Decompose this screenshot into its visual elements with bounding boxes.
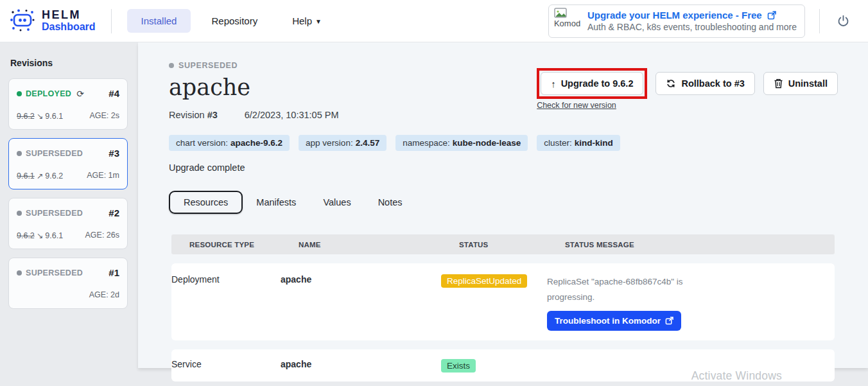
- upgrade-button[interactable]: ↑ Upgrade to 9.6.2: [541, 72, 643, 95]
- column-header-status: STATUS: [459, 241, 565, 249]
- shutdown-button[interactable]: [837, 14, 850, 28]
- release-timestamp: 6/2/2023, 10:31:05 PM: [245, 110, 339, 120]
- chip-app-version: app version:2.4.57: [299, 135, 386, 151]
- power-icon: [837, 14, 850, 28]
- resource-type-cell: Service: [171, 359, 281, 369]
- nav-tab-help[interactable]: Help▼: [278, 9, 336, 33]
- release-metadata-chips: chart version:apache-9.6.2 app version:2…: [169, 135, 868, 151]
- revision-status: DEPLOYED ⟳: [17, 89, 84, 99]
- revision-status: SUPERSEDED: [17, 209, 83, 218]
- revision-age: AGE: 2d: [89, 290, 119, 300]
- helm-dashboard-logo[interactable]: HELM Dashboard: [9, 6, 96, 36]
- rollback-button[interactable]: Rollback to #3: [655, 72, 754, 95]
- detail-tabs: Resources Manifests Values Notes: [169, 191, 868, 214]
- logo-subtitle: Dashboard: [42, 21, 96, 33]
- tab-values[interactable]: Values: [309, 197, 364, 207]
- release-actions: ↑ Upgrade to 9.6.2 Check for new version…: [537, 68, 838, 110]
- upgrade-button-label: Upgrade to 9.6.2: [561, 78, 634, 89]
- status-message-text: ReplicaSet "apache-68fb867c4b" is progre…: [547, 274, 685, 305]
- status-message-cell: ReplicaSet "apache-68fb867c4b" is progre…: [547, 274, 835, 331]
- banner-image-alt-text: Komod: [554, 19, 581, 28]
- revision-card-2[interactable]: SUPERSEDED #2 9.6.2↘9.6.1 AGE: 26s: [8, 198, 128, 249]
- table-header-row: RESOURCE TYPE NAME STATUS STATUS MESSAGE: [171, 234, 835, 254]
- nav-tab-repository[interactable]: Repository: [197, 9, 272, 33]
- old-version: 9.6.2: [17, 231, 35, 240]
- chip-namespace: namespace:kube-node-lease: [395, 135, 528, 151]
- revision-age: AGE: 26s: [85, 231, 120, 240]
- version-arrow-icon: ↘: [37, 231, 43, 240]
- status-label: DEPLOYED: [26, 89, 71, 98]
- banner-title-link[interactable]: Upgrade your HELM experience - Free: [587, 10, 762, 21]
- column-header-resource-type: RESOURCE TYPE: [189, 241, 299, 249]
- revision-status: SUPERSEDED: [17, 268, 83, 277]
- status-dot: [169, 63, 174, 68]
- column-header-status-message: STATUS MESSAGE: [565, 241, 835, 249]
- status-badge: Exists: [441, 359, 476, 373]
- revision-number: #4: [108, 88, 119, 99]
- column-header-name: NAME: [299, 241, 459, 249]
- komodor-broken-image: Komod: [554, 8, 581, 35]
- revision-meta-line: Revision #3 6/2/2023, 10:31:05 PM: [169, 110, 868, 120]
- external-link-icon: [665, 317, 673, 325]
- tab-manifests[interactable]: Manifests: [243, 197, 309, 207]
- old-version: 9.6.2: [17, 112, 35, 121]
- logo-title: HELM: [42, 9, 96, 21]
- revision-card-1[interactable]: SUPERSEDED #1 AGE: 2d: [8, 258, 128, 309]
- new-version: 9.6.1: [45, 112, 63, 121]
- tab-notes[interactable]: Notes: [365, 197, 416, 207]
- status-dot: [17, 270, 22, 276]
- help-label: Help: [292, 15, 312, 26]
- status-dot: [17, 211, 22, 216]
- check-new-version-link[interactable]: Check for new version: [537, 101, 647, 110]
- rollback-button-label: Rollback to #3: [681, 78, 744, 89]
- nav-tab-installed[interactable]: Installed: [127, 9, 191, 33]
- status-label: SUPERSEDED: [26, 209, 83, 218]
- version-arrow-icon: ↘: [37, 112, 43, 121]
- troubleshoot-button-label: Troubleshoot in Komodor: [555, 316, 661, 326]
- revision-number: #2: [108, 207, 119, 218]
- revision-card-4[interactable]: DEPLOYED ⟳ #4 9.6.2↘9.6.1 AGE: 2s: [8, 78, 128, 130]
- helm-dashboard-app: HELM Dashboard Installed Repository Help…: [0, 0, 868, 386]
- annotation-highlight-box: ↑ Upgrade to 9.6.2: [537, 68, 647, 99]
- revision-label: Revision #3: [169, 110, 218, 120]
- resource-status-cell: ReplicaSetUpdated: [441, 274, 547, 288]
- tab-resources[interactable]: Resources: [169, 191, 243, 214]
- release-status-label: SUPERSEDED: [178, 61, 238, 70]
- new-version: 9.6.1: [45, 231, 63, 240]
- revision-number: #1: [108, 267, 119, 278]
- sidebar-title: Revisions: [10, 58, 138, 68]
- banner-subtitle: Auth & RBAC, k8s events, troubleshooting…: [587, 22, 797, 32]
- resource-type-cell: Deployment: [171, 274, 281, 285]
- chip-chart-version: chart version:apache-9.6.2: [169, 135, 290, 151]
- revision-versions: 9.6.1↗9.6.2: [17, 171, 63, 180]
- new-version: 9.6.2: [45, 171, 63, 180]
- komodor-promo-banner[interactable]: Komod Upgrade your HELM experience - Fre…: [548, 4, 805, 38]
- table-row-deployment: Deployment apache ReplicaSetUpdated Repl…: [171, 263, 835, 340]
- revision-status: SUPERSEDED: [17, 149, 83, 158]
- revision-card-3[interactable]: SUPERSEDED #3 9.6.1↗9.6.2 AGE: 1m: [8, 138, 128, 189]
- activate-windows-watermark: Activate Windows: [691, 369, 782, 383]
- broken-image-icon: [554, 8, 567, 19]
- resource-name-cell: apache: [281, 359, 441, 369]
- banner-text-block: Upgrade your HELM experience - Free Auth…: [587, 10, 797, 32]
- revision-number: #3: [207, 110, 218, 120]
- release-status-note: Upgrade complete: [169, 162, 868, 173]
- top-header: HELM Dashboard Installed Repository Help…: [0, 0, 868, 42]
- revision-age: AGE: 1m: [87, 171, 119, 180]
- status-label: SUPERSEDED: [26, 149, 83, 158]
- troubleshoot-komodor-button[interactable]: Troubleshoot in Komodor: [547, 311, 681, 331]
- chevron-down-icon: ▼: [315, 18, 322, 25]
- status-dot: [17, 91, 22, 96]
- status-label: SUPERSEDED: [26, 268, 83, 277]
- revision-number: #3: [108, 148, 119, 159]
- external-link-icon: [767, 11, 776, 20]
- helm-logo-icon: [9, 6, 36, 36]
- chip-cluster: cluster:kind-kind: [537, 135, 620, 151]
- revision-age: AGE: 2s: [89, 111, 119, 121]
- logo-text: HELM Dashboard: [42, 9, 96, 33]
- uninstall-button[interactable]: Uninstall: [763, 72, 838, 95]
- main-nav: Installed Repository Help▼: [127, 9, 336, 33]
- status-badge: ReplicaSetUpdated: [441, 274, 527, 288]
- revision-versions: 9.6.2↘9.6.1: [17, 111, 63, 121]
- uninstall-button-label: Uninstall: [788, 78, 828, 89]
